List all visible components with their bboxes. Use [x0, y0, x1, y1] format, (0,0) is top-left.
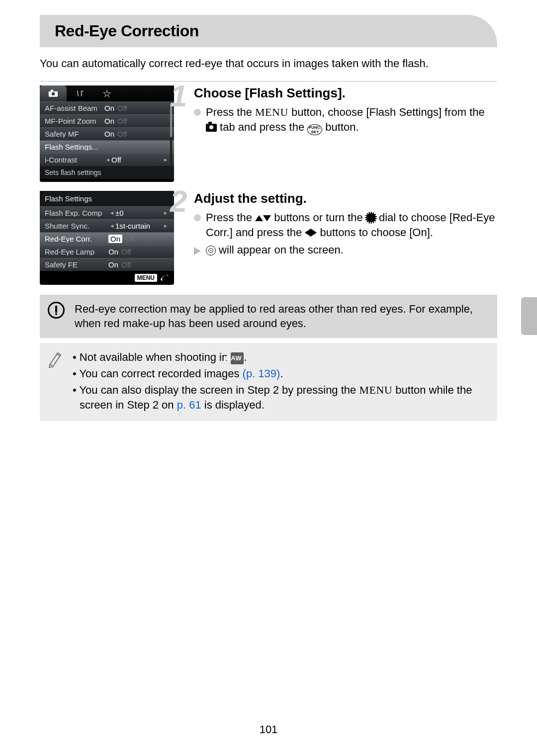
step-number-2: 2: [170, 186, 187, 217]
pencil-note-icon: [48, 350, 63, 369]
step-1-row: AF-assist Beam On Off MF-Point Zoom On O…: [40, 85, 497, 182]
section-title-banner: Red-Eye Correction: [40, 15, 497, 47]
bullet-icon: [194, 109, 201, 116]
note-item-2: You can correct recorded images (p. 139)…: [73, 366, 489, 382]
tab-star-icon: [93, 85, 120, 101]
menu-button-label: MENU: [255, 106, 288, 118]
camera-tab-icon: [206, 124, 217, 132]
right-arrow-icon: ▸: [164, 157, 167, 163]
back-icon: [160, 274, 169, 281]
chapter-thumb-tab: [521, 297, 537, 335]
page-ref-link-139[interactable]: (p. 139): [243, 367, 280, 380]
left-arrow-icon: ◂: [110, 210, 113, 216]
menu-chip: MENU: [135, 274, 157, 282]
menu-row-safety-fe: Safety FE On Off: [40, 258, 174, 271]
menu-row-red-eye-lamp: Red-Eye Lamp On Off: [40, 245, 174, 258]
result-indicator-icon: [194, 247, 201, 255]
separator: [40, 81, 497, 82]
right-arrow-icon: [311, 229, 317, 237]
menu-caption: Sets flash settings: [40, 166, 174, 179]
svg-rect-1: [51, 89, 53, 91]
note-box: Not available when shooting in RAW. You …: [40, 343, 497, 421]
warning-text: Red-eye correction may be applied to red…: [75, 302, 489, 331]
page-ref-link-61[interactable]: p. 61: [177, 399, 201, 411]
step-2-body: Press the buttons or turn the dial to ch…: [206, 210, 497, 241]
menu-row-safety-mf: Safety MF On Off: [40, 127, 174, 140]
step-number-1: 1: [170, 81, 187, 111]
menu-button-label: MENU: [359, 384, 392, 396]
right-arrow-icon: ▸: [164, 223, 167, 229]
tab-camera-icon: [40, 85, 67, 101]
note-item-3: You can also display the screen in Step …: [73, 383, 489, 414]
camera-lcd-menu: AF-assist Beam On Off MF-Point Zoom On O…: [40, 85, 174, 182]
left-arrow-icon: ◂: [106, 157, 109, 163]
lcd-footer: MENU: [40, 271, 174, 282]
step-1-title: Choose [Flash Settings].: [194, 85, 497, 101]
menu-row-af-assist: AF-assist Beam On Off: [40, 101, 174, 114]
tab-tools-icon: [67, 85, 93, 101]
step-2-result: will appear on the screen.: [206, 243, 344, 258]
left-arrow-icon: ◂: [110, 223, 113, 229]
intro-text: You can automatically correct red-eye th…: [40, 56, 497, 71]
note-list: Not available when shooting in RAW. You …: [73, 350, 489, 414]
warning-icon: [48, 302, 65, 319]
step-2-row: Flash Settings Flash Exp. Comp ◂ ±0 ▸ Sh…: [40, 191, 497, 285]
down-arrow-icon: [263, 215, 271, 221]
menu-row-flash-settings: Flash Settings...: [40, 140, 174, 153]
note-item-1: Not available when shooting in RAW.: [73, 350, 489, 365]
raw-mode-icon: RAW: [231, 352, 244, 364]
up-arrow-icon: [255, 215, 263, 221]
menu-row-flash-exp-comp: Flash Exp. Comp ◂ ±0 ▸: [40, 206, 174, 219]
svg-point-2: [52, 92, 55, 95]
menu-row-shutter-sync: Shutter Sync. ◂ 1st-curtain ▸: [40, 219, 174, 232]
page-number: 101: [0, 723, 537, 736]
control-dial-icon: [366, 213, 376, 223]
left-arrow-icon: [305, 229, 311, 237]
warning-box: Red-eye correction may be applied to red…: [40, 295, 497, 338]
menu-row-i-contrast: i-Contrast ◂ Off ▸: [40, 153, 174, 166]
section-title: Red-Eye Correction: [55, 22, 487, 40]
bullet-icon: [194, 214, 201, 221]
right-arrow-icon: ▸: [164, 210, 167, 216]
func-set-button-icon: FUNC.SET: [307, 124, 322, 135]
flash-settings-title: Flash Settings: [40, 191, 174, 206]
menu-row-red-eye-corr: Red-Eye Corr. On Off: [40, 232, 174, 245]
red-eye-screen-icon: [206, 246, 216, 255]
menu-row-mf-point-zoom: MF-Point Zoom On Off: [40, 114, 174, 127]
step-1-body: Press the MENU button, choose [Flash Set…: [206, 105, 497, 136]
camera-lcd-flash-settings: Flash Settings Flash Exp. Comp ◂ ±0 ▸ Sh…: [40, 191, 174, 285]
step-2-title: Adjust the setting.: [194, 191, 497, 206]
